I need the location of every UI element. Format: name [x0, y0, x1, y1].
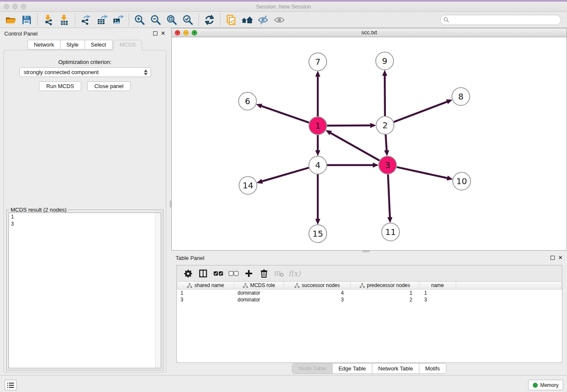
table-cell[interactable]: 1 [419, 290, 456, 296]
toolbar-separator [220, 14, 220, 26]
graph-node-4[interactable]: 4 [309, 156, 327, 174]
export-image-button[interactable] [110, 13, 126, 27]
select-all-button[interactable] [212, 267, 225, 280]
graph-edge-2-8[interactable] [394, 102, 448, 122]
show-columns-button[interactable] [196, 267, 210, 280]
maximize-window-button[interactable] [21, 4, 26, 9]
graph-edge-2-9[interactable] [385, 75, 385, 116]
fx-icon: f(x) [288, 269, 300, 278]
run-mcds-button[interactable]: Run MCDS [39, 81, 81, 91]
zoom-in-button[interactable] [132, 13, 148, 27]
import-table-button[interactable] [56, 13, 72, 27]
network-minimize-button[interactable]: − [183, 30, 189, 36]
zoom-out-button[interactable] [148, 13, 164, 27]
show-all-button[interactable] [271, 13, 287, 27]
graph-node-label: 15 [312, 229, 323, 239]
table-cell[interactable]: 4 [284, 290, 351, 296]
task-history-button[interactable] [5, 380, 17, 390]
tab-edge-table[interactable]: Edge Table [333, 364, 372, 373]
graph-edge-3-10[interactable] [396, 167, 447, 178]
graph-node-2[interactable]: 2 [376, 116, 394, 134]
import-network-button[interactable] [40, 13, 56, 27]
tab-network-table[interactable]: Network Table [372, 364, 419, 373]
graph-edge-2-3[interactable] [385, 135, 386, 151]
graph-edge-1-2[interactable] [327, 125, 371, 126]
open-session-button[interactable] [3, 13, 19, 27]
search-input[interactable] [440, 15, 561, 25]
graph-node-9[interactable]: 9 [376, 52, 394, 70]
graph-node-15[interactable]: 15 [309, 225, 327, 243]
network-canvas[interactable]: 1234678910111415 [171, 37, 567, 251]
graph-node-7[interactable]: 7 [309, 53, 327, 71]
delete-column-button[interactable] [257, 267, 271, 280]
refresh-view-button[interactable] [201, 13, 217, 27]
table-cell[interactable]: 2 [351, 296, 419, 303]
table-cell[interactable]: dominator [234, 296, 284, 303]
graph-edge-3-1[interactable] [330, 133, 380, 161]
memory-button[interactable]: Memory [528, 380, 563, 390]
graph-node-3[interactable]: 3 [379, 156, 396, 174]
tab-motifs[interactable]: Motifs [419, 364, 446, 373]
close-panel-button[interactable]: Close panel [87, 81, 131, 91]
column-header-successor-nodes[interactable]: successor nodes [284, 282, 351, 290]
graph-node-1[interactable]: 1 [309, 117, 327, 135]
table-row[interactable]: 1dominator411 [177, 290, 562, 296]
delete-table-button[interactable] [272, 267, 286, 280]
graph-edge-4-14[interactable] [262, 168, 309, 181]
zoom-fit-button[interactable] [164, 13, 180, 27]
hide-selected-button[interactable] [255, 13, 271, 27]
export-table-button[interactable] [94, 13, 110, 27]
graph-node-10[interactable]: 10 [453, 172, 471, 190]
optimization-criterion-select[interactable]: strongly connected component [19, 67, 151, 77]
table-cell[interactable]: 1 [351, 290, 419, 296]
table-cell[interactable]: 3 [419, 296, 456, 303]
deselect-all-button[interactable] [227, 267, 240, 280]
trash-icon [260, 269, 268, 278]
zoom-selected-button[interactable] [180, 13, 196, 27]
node-table-container: f(x) shared nameMCDS rolesuccessor nodes… [176, 265, 562, 363]
column-header-name[interactable]: name [419, 282, 456, 290]
apply-function-button[interactable]: f(x) [288, 267, 301, 280]
graph-node-label: 9 [382, 56, 388, 66]
graph-node-label: 6 [245, 96, 250, 106]
close-panel-icon[interactable]: ✕ [558, 256, 563, 260]
home-layout-button[interactable] [239, 13, 255, 27]
close-window-button[interactable] [4, 4, 9, 9]
column-header-MCDS-role[interactable]: MCDS role [234, 282, 284, 290]
copy-network-button[interactable] [223, 13, 239, 27]
minimize-window-button[interactable] [12, 4, 18, 9]
tab-style[interactable]: Style [60, 40, 85, 50]
table-cell[interactable]: dominator [234, 290, 284, 296]
add-column-button[interactable] [242, 267, 256, 280]
hide-eye-icon [257, 14, 270, 25]
network-maximize-button[interactable]: + [192, 30, 197, 36]
close-panel-icon[interactable]: ✕ [161, 31, 165, 36]
mcds-result-scrollbar[interactable] [155, 213, 161, 368]
table-options-button[interactable] [181, 267, 195, 280]
table-row[interactable]: 3dominator323 [177, 296, 562, 303]
tab-mcds[interactable]: MCDS [113, 40, 142, 50]
network-close-button[interactable]: ✕ [175, 30, 180, 36]
save-session-button[interactable] [19, 13, 35, 27]
column-header-predecessor-nodes[interactable]: predecessor nodes [351, 282, 419, 290]
table-cell[interactable]: 3 [284, 296, 351, 303]
mcds-result-textarea[interactable]: 13 [8, 213, 161, 368]
graph-node-8[interactable]: 8 [452, 88, 470, 105]
graph-node-14[interactable]: 14 [239, 177, 257, 194]
column-header-shared-name[interactable]: shared name [177, 282, 234, 290]
tab-node-table[interactable]: Node Table [292, 364, 333, 373]
graph-edge-1-6[interactable] [261, 106, 309, 123]
table-cell[interactable]: 1 [177, 290, 234, 296]
table-cell[interactable]: 3 [177, 296, 234, 303]
search-container [440, 15, 561, 25]
export-network-button[interactable] [78, 13, 94, 27]
float-panel-icon[interactable] [153, 31, 157, 36]
graph-node-6[interactable]: 6 [239, 92, 256, 110]
tab-network[interactable]: Network [28, 40, 60, 50]
graph-node-11[interactable]: 11 [382, 223, 399, 241]
network-window-titlebar[interactable]: ✕ − + scc.txt [171, 28, 567, 37]
float-panel-icon[interactable] [550, 256, 555, 260]
graph-edge-3-11[interactable] [388, 174, 390, 218]
save-disk-icon [21, 14, 32, 25]
tab-select[interactable]: Select [85, 40, 113, 50]
